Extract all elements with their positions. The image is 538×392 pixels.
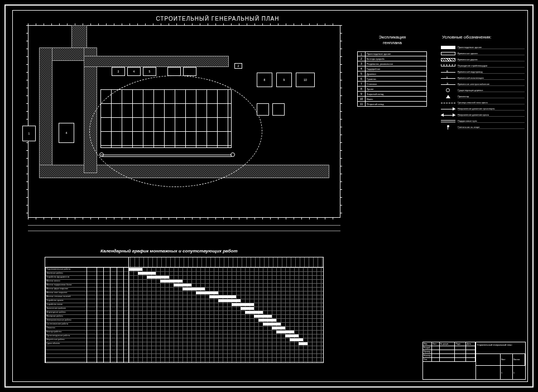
legend-label: Ограждение стройплощадки — [458, 64, 525, 68]
legend-title: Условные обозначения: — [442, 35, 526, 40]
explication-row: 4Гардеробная — [357, 66, 427, 71]
tb-cell: Провер. — [423, 350, 432, 353]
explication-text: Контора прораба — [366, 56, 426, 61]
gantt-bar — [258, 319, 276, 322]
legend-icon: Э — [441, 82, 455, 87]
gantt-bar — [263, 323, 281, 326]
legend-icon — [441, 101, 455, 105]
gantt-bar — [299, 342, 308, 345]
tb-cell — [432, 350, 440, 353]
gantt-header — [45, 257, 323, 267]
explication-num: 6 — [358, 77, 366, 81]
tb-cell — [440, 350, 455, 353]
road-inner-top — [84, 56, 229, 67]
tb-project: Строительный генеральный план — [476, 342, 525, 354]
explication-text: Гардеробная — [366, 66, 426, 71]
explication-text: Открытый склад — [366, 102, 426, 106]
gantt-row-label: Сантехнические работы — [46, 323, 85, 325]
gantt-row-label: Электромонтажные работы — [46, 319, 85, 321]
gantt-bar — [290, 338, 303, 341]
explication-num: 11 — [358, 102, 366, 106]
tb-cell — [432, 354, 440, 357]
gantt-bar — [138, 272, 156, 275]
legend-icon — [441, 58, 455, 62]
gantt-header-left — [45, 257, 129, 267]
tb-row: Н.контр. — [423, 354, 475, 358]
legend-label: Направление движения транспорта — [458, 107, 525, 111]
road-left — [39, 47, 52, 176]
legend-row: Временные здания — [441, 51, 525, 56]
legend-row: Светильник на опоре — [441, 125, 525, 130]
legend-row: Проектируемое здание — [441, 45, 525, 50]
explication-text: Закрытый склад — [366, 92, 426, 96]
gantt-row-label: Устройство фундаментов — [46, 276, 85, 278]
explication-text: Туалет — [366, 87, 426, 91]
explication-row: 11Открытый склад — [357, 102, 427, 107]
gantt-row-label: Монтаж ферм покрытия — [46, 288, 85, 290]
legend-icon — [441, 125, 455, 130]
fence-bottom — [28, 218, 340, 219]
legend-icon — [441, 45, 455, 50]
explication-row: 10Навес — [357, 97, 427, 102]
gantt-bar — [218, 299, 241, 302]
temp-bldg-r2 — [272, 103, 285, 116]
tb-cell — [440, 346, 455, 350]
tb-bot: 11 — [476, 366, 525, 380]
tb-row: Провер. — [423, 350, 475, 354]
tb-row: Изм.Лист№ докум.Подп.Дата — [423, 342, 475, 346]
explication-title: Экспликация генплана — [362, 35, 423, 45]
tb-cell: № докум. — [440, 342, 455, 346]
legend-row: Граница опасной зоны крана — [441, 100, 525, 106]
explication-num: 2 — [358, 56, 366, 61]
legend-icon: К — [441, 76, 455, 80]
tb-cell: Подп. — [455, 342, 466, 346]
fence-left — [26, 25, 28, 218]
explication-text: Сушилка — [366, 77, 426, 81]
gantt-row-label: Устройство полов — [46, 303, 85, 305]
gantt-row-label: Устройство кровли — [46, 299, 85, 302]
temp-bldg-4: 4 — [127, 67, 141, 76]
legend-row: Подкрановые пути — [441, 118, 525, 124]
legend-row: Существующие деревья — [441, 88, 525, 93]
tb-cell — [455, 358, 466, 361]
gantt-title: Календарный график монтажных и сопутству… — [100, 248, 238, 254]
gantt-bar — [182, 288, 205, 290]
legend-label: Временные дороги — [458, 58, 525, 61]
tb-cell — [466, 354, 475, 357]
legend-row: ВВременный водопровод — [441, 69, 525, 75]
site-plan: 3 4 5 2 8 9 10 1 4 — [28, 25, 340, 218]
gantt-row-label: Пусконаладочные работы — [46, 334, 85, 337]
tb-cell — [432, 358, 440, 361]
legend-label: Временное электроснабжение — [458, 83, 525, 86]
tb-row: Разраб. — [423, 346, 475, 350]
gantt-row-label: Отмостка — [46, 327, 85, 329]
legend-row: Ограждение стройплощадки — [441, 63, 525, 69]
legend-label: Граница опасной зоны крана — [458, 101, 525, 104]
tb-cell: Лист — [432, 342, 440, 346]
legend-icon: В — [441, 70, 455, 74]
gantt-bar — [174, 284, 191, 286]
tb-cell: Дата — [466, 342, 475, 346]
legend-icon — [441, 88, 455, 93]
gantt-bar — [147, 276, 169, 279]
dim-line-2 — [28, 231, 340, 231]
explication-row: 1Проектируемое здание — [357, 51, 427, 56]
legend-symbols: Проектируемое зданиеВременные зданияВрем… — [441, 45, 525, 131]
label-2: 2 — [234, 63, 242, 69]
tb-cell — [455, 350, 466, 353]
legend-label: Временный водопровод — [458, 70, 525, 74]
gantt-bar — [196, 291, 218, 294]
explication-row: 8Туалет — [357, 87, 427, 92]
gantt-row-label: Монтаж плит покрытия — [46, 291, 85, 294]
tb-right: Строительный генеральный планЛистЛистов1… — [476, 342, 525, 379]
gantt-bar — [276, 331, 294, 333]
gantt-row-label: Монтаж подкрановых балок — [46, 284, 85, 286]
legend-label: Светильник на опоре — [458, 126, 525, 129]
temp-bldg-9: 9 — [276, 73, 292, 87]
tb-cell — [455, 354, 466, 357]
explication-text: Столовая — [366, 82, 426, 86]
explication-table: 1Проектируемое здание2Контора прораба3Ра… — [357, 51, 427, 107]
legend-label: Существующие деревья — [458, 89, 525, 92]
gantt-row-label: Малярные работы — [46, 315, 85, 317]
legend-row: Прожектор — [441, 94, 525, 99]
